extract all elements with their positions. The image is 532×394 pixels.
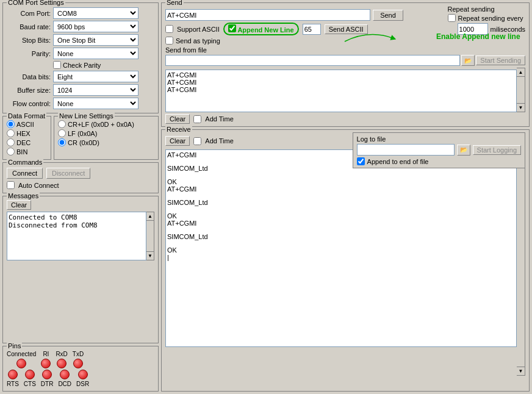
pin-cts: CTS (24, 370, 36, 387)
send-scrollbar: ▲ ▼ (517, 68, 525, 112)
receive-add-time-checkbox[interactable] (193, 137, 201, 145)
send-section: Send Repeat sending Repeat sending every… (161, 2, 530, 127)
recv-line-7 (167, 193, 515, 199)
log-file-browse-button[interactable]: 📂 (457, 145, 470, 156)
new-line-title: New Line Settings (58, 112, 115, 120)
messages-scroll-up[interactable]: ▲ (146, 212, 154, 221)
dec-radio[interactable] (7, 138, 15, 146)
ascii-value-input[interactable] (303, 24, 321, 35)
recv-line-14 (167, 240, 515, 246)
pin-dcd-label: DCD (58, 381, 71, 387)
send-file-browse-button[interactable]: 📂 (461, 55, 475, 66)
pin-rts: RTS (7, 370, 19, 387)
append-new-line-checkbox[interactable] (228, 24, 236, 32)
cr-label: CR (0x0D) (68, 139, 99, 146)
check-parity-checkbox[interactable] (53, 61, 61, 69)
send-input[interactable] (165, 9, 370, 21)
parity-label: Parity: (7, 50, 51, 57)
send-line-1: AT+CGMI (167, 71, 515, 79)
recv-line-4 (167, 172, 515, 178)
log-file-input[interactable] (357, 144, 455, 156)
pin-dsr: DSR (76, 370, 89, 387)
parity-select[interactable]: None (53, 48, 138, 59)
repeat-sending-title: Repeat sending (448, 5, 495, 13)
repeat-interval-input[interactable] (458, 23, 488, 35)
crlf-label: CR+LF (0x0D + 0x0A) (68, 121, 134, 128)
send-file-input[interactable] (165, 55, 460, 66)
messages-textarea: Connected to COM8 Disconnected from COM8 (7, 212, 146, 260)
pin-dsr-led (78, 370, 88, 379)
baud-rate-select[interactable]: 9600 bps (53, 21, 138, 32)
lf-radio[interactable] (58, 129, 66, 137)
pin-txd-led (73, 359, 83, 368)
com-port-label: Com Port: (7, 10, 51, 17)
stop-bits-select[interactable]: One Stop Bit (53, 34, 138, 46)
recv-line-8: SIMCOM_Ltd (167, 199, 515, 206)
send-clear-button[interactable]: Clear (165, 114, 190, 124)
pin-connected-led (16, 359, 26, 368)
receive-scrollbar: ▲ ▼ (517, 148, 525, 376)
connect-button[interactable]: Connect (7, 168, 43, 179)
hex-radio[interactable] (7, 129, 15, 137)
buffer-size-select[interactable]: 1024 (53, 84, 138, 96)
bin-label: BIN (16, 148, 27, 156)
data-format-section: Data Format ASCII HEX DEC BIN (2, 116, 51, 160)
support-ascii-label: Support ASCII (177, 26, 220, 33)
append-to-end-checkbox[interactable] (357, 157, 365, 165)
repeat-sending-checkbox[interactable] (448, 14, 456, 22)
send-line-2: AT+CGMI (167, 79, 515, 86)
disconnect-button[interactable]: Disconnect (46, 168, 90, 179)
receive-title: Receive (165, 126, 192, 133)
receive-area: AT+CGMI SIMCOM_Ltd OK AT+CGMI SIMCOM_Ltd… (165, 149, 517, 347)
cr-radio[interactable] (58, 138, 66, 146)
send-as-typing-label: Send as typing (176, 37, 220, 45)
pin-dtr-label: DTR (41, 381, 54, 387)
send-title: Send (165, 0, 184, 6)
pins-title: Pins (7, 342, 22, 349)
pin-ri: RI (41, 351, 51, 368)
pin-dtr-led (42, 370, 52, 379)
recv-line-9 (167, 206, 515, 212)
milliseconds-label: miliseconds (491, 26, 525, 33)
com-port-settings: COM Port Settings Com Port: COM8 Baud ra… (2, 2, 159, 113)
pin-dtr: DTR (41, 370, 54, 387)
auto-connect-checkbox[interactable] (7, 181, 15, 189)
send-line-3: AT+CGMI (167, 86, 515, 93)
start-logging-button[interactable]: Start Logging (473, 145, 521, 155)
send-add-time-checkbox[interactable] (193, 115, 201, 123)
baud-rate-label: Baud rate: (7, 23, 51, 30)
crlf-radio[interactable] (58, 120, 66, 128)
pin-cts-label: CTS (24, 381, 36, 387)
recv-line-13: SIMCOM_Ltd (167, 233, 515, 240)
ascii-radio[interactable] (7, 120, 15, 128)
send-ascii-button[interactable]: Send ASCII (325, 24, 368, 34)
dec-label: DEC (16, 139, 31, 146)
flow-control-select[interactable]: None (53, 98, 138, 109)
pin-rxd: RxD (56, 351, 67, 368)
send-scroll-up[interactable]: ▲ (517, 68, 525, 77)
buffer-size-label: Buffer size: (7, 87, 51, 94)
receive-section: Receive Log to file 📂 Start Logging Appe… (161, 129, 530, 392)
send-scroll-down[interactable]: ▼ (517, 103, 525, 112)
recv-line-5: OK (167, 178, 515, 185)
pin-connected-label: Connected (7, 351, 36, 357)
pin-rxd-label: RxD (56, 351, 67, 357)
com-port-select[interactable]: COM8 (53, 7, 138, 19)
messages-clear-button[interactable]: Clear (7, 200, 31, 210)
messages-scroll-down[interactable]: ▼ (146, 251, 154, 260)
pin-txd: TxD (73, 351, 84, 368)
data-format-title: Data Format (7, 112, 46, 120)
receive-scroll-down[interactable]: ▼ (517, 367, 525, 375)
bin-radio[interactable] (7, 148, 15, 156)
start-sending-button[interactable]: Start Sending (476, 56, 525, 65)
receive-clear-button[interactable]: Clear (165, 136, 190, 146)
commands-section: Commands Connect Disconnect Auto Connect (2, 162, 159, 193)
recv-line-6: AT+CGMI (167, 185, 515, 193)
data-bits-select[interactable]: Eight (53, 71, 138, 82)
send-as-typing-checkbox[interactable] (165, 37, 173, 45)
support-ascii-checkbox[interactable] (165, 25, 173, 33)
new-line-settings: New Line Settings CR+LF (0x0D + 0x0A) LF… (54, 116, 159, 160)
log-to-file-box: Log to file 📂 Start Logging Append to en… (353, 132, 525, 168)
pin-dcd-led (60, 370, 70, 379)
send-button[interactable]: Send (373, 10, 403, 21)
